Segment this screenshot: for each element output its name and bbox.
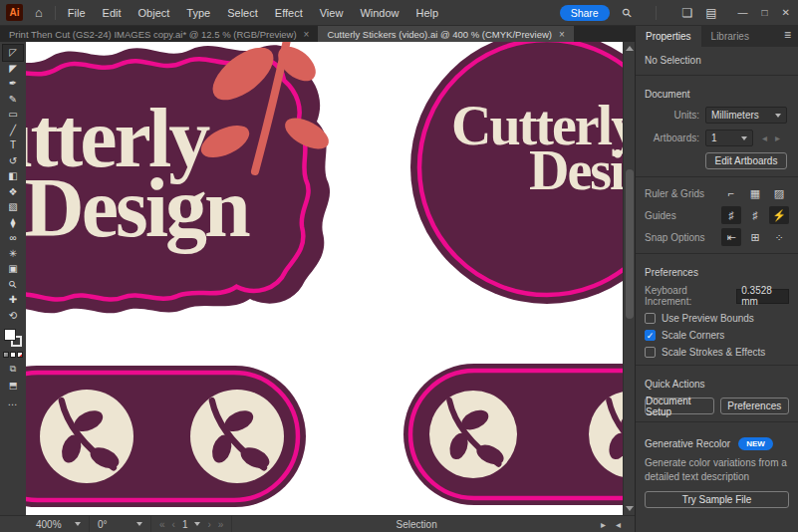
artboard-tool[interactable]: ▣ [3, 261, 23, 277]
status-expand-icon[interactable]: ▸ [601, 519, 606, 530]
edit-toolbar-icon[interactable]: … [8, 397, 19, 407]
menu-item-edit[interactable]: Edit [103, 7, 122, 19]
tab-properties[interactable]: Properties [636, 26, 701, 47]
share-button[interactable]: Share [560, 5, 610, 21]
panel-menu-icon[interactable]: ≡ [784, 26, 798, 47]
document-tab-inactive[interactable]: Print Then Cut (GS2-24) IMAGES copy.ai* … [0, 26, 318, 42]
circle-sticker[interactable]: Cutterly Design [410, 42, 623, 304]
next-artboard-icon[interactable]: › [207, 519, 210, 530]
snap-to-point-icon[interactable]: ⇤ [721, 228, 741, 246]
try-sample-file-button[interactable]: Try Sample File [645, 491, 789, 508]
tab-libraries[interactable]: Libraries [701, 26, 759, 47]
blend-tool[interactable]: ∞ [3, 230, 23, 246]
pill-sticker-right[interactable] [403, 364, 623, 505]
rotation-select[interactable]: 0° [90, 516, 151, 532]
close-tab-icon[interactable]: × [559, 29, 565, 40]
pencil-tool[interactable]: ╱ [3, 123, 23, 138]
zoom-tool[interactable]: ⚲ [3, 277, 23, 293]
menu-item-window[interactable]: Window [360, 7, 399, 19]
snap-to-pixel-icon[interactable]: ⁘ [769, 228, 789, 246]
scale-corners-checkbox[interactable]: ✓ [645, 330, 656, 341]
previous-artboard-icon[interactable]: ◂ [762, 133, 767, 143]
illustrator-logo-icon[interactable]: Ai [6, 4, 23, 21]
blob-sticker[interactable]: Cutterly Design [26, 42, 334, 313]
pill-sticker-left[interactable] [26, 366, 306, 507]
direct-selection-tool[interactable]: ◤ [3, 61, 23, 77]
shape-builder-tool[interactable]: ◧ [3, 168, 23, 184]
last-artboard-icon[interactable]: » [218, 519, 224, 530]
preferences-button[interactable]: Preferences [720, 398, 790, 414]
status-display[interactable]: Selection [232, 519, 601, 530]
close-tab-icon[interactable]: × [304, 29, 310, 40]
generative-recolor-heading: Generative Recolor [645, 438, 730, 449]
status-bar: 400% 0° « ‹ 1 › » Selection ▸ ◂ [0, 515, 635, 532]
scroll-up-icon[interactable] [626, 46, 634, 51]
rotate-tool[interactable]: ↺ [3, 153, 23, 169]
scale-strokes-effects-row[interactable]: Scale Strokes & Effects [645, 347, 789, 358]
transparency-grid-icon[interactable]: ▨ [769, 184, 789, 202]
keyboard-increment-input[interactable]: 0.3528 mm [736, 289, 789, 304]
ruler-corner-icon[interactable]: ⌐ [721, 184, 741, 202]
first-artboard-icon[interactable]: « [159, 519, 165, 530]
fill-stroke-indicator[interactable] [4, 329, 22, 347]
menu-items: File Edit Object Type Select Effect View… [68, 7, 438, 19]
artboard-number-select[interactable]: 1 [182, 519, 188, 530]
next-artboard-icon[interactable]: ▸ [775, 133, 780, 143]
rectangle-tool[interactable]: ▭ [3, 107, 23, 123]
units-select[interactable]: Millimeters [705, 107, 787, 124]
menu-item-view[interactable]: View [320, 7, 344, 19]
draw-mode-icon[interactable]: ⧉ [10, 364, 16, 375]
menu-item-effect[interactable]: Effect [275, 7, 303, 19]
minimize-button[interactable]: — [738, 7, 748, 18]
zoom-level-select[interactable]: 400% [28, 516, 90, 532]
search-icon[interactable]: ⚲ [619, 4, 635, 20]
menu-item-object[interactable]: Object [138, 7, 170, 19]
use-preview-bounds-checkbox[interactable] [645, 313, 656, 324]
artboard-canvas[interactable]: Cutterly Design Cutterly Design [26, 42, 623, 515]
symbol-sprayer-tool[interactable]: ✳ [3, 246, 23, 262]
scale-corners-row[interactable]: ✓ Scale Corners [645, 330, 789, 341]
circle-title-line2: Design [529, 139, 623, 201]
workspace-switcher-icon[interactable]: ❏ [681, 6, 692, 20]
scroll-down-icon[interactable] [626, 506, 634, 511]
eyedropper-tool[interactable]: ⧫ [3, 215, 23, 231]
maximize-button[interactable]: □ [762, 7, 768, 18]
scrollbar-thumb[interactable] [626, 169, 634, 319]
use-preview-bounds-row[interactable]: Use Preview Bounds [645, 313, 789, 324]
edit-artboards-button[interactable]: Edit Artboards [705, 152, 787, 169]
artboard-select[interactable]: 1 [705, 130, 753, 146]
grid-icon[interactable]: ▦ [745, 184, 765, 202]
fill-swatch[interactable] [4, 329, 16, 341]
show-guides-icon[interactable]: ♯ [721, 206, 741, 224]
document-tab-active[interactable]: Cutterly Stickers (video).ai @ 400 % (CM… [318, 26, 573, 42]
color-mode-icon[interactable] [3, 352, 9, 358]
none-mode-icon[interactable] [17, 352, 23, 358]
menu-item-file[interactable]: File [68, 7, 86, 19]
free-transform-tool[interactable]: ❖ [3, 184, 23, 200]
smart-guides-icon[interactable]: ⚡ [769, 206, 789, 224]
guides-label: Guides [645, 210, 721, 221]
rotate-view-tool[interactable]: ⟲ [3, 308, 23, 324]
selection-tool[interactable]: ◸ [3, 45, 23, 61]
close-button[interactable]: ✕ [782, 7, 790, 18]
vertical-scrollbar[interactable] [623, 42, 635, 515]
lock-guides-icon[interactable]: ♯ [745, 206, 765, 224]
scale-strokes-effects-checkbox[interactable] [645, 347, 656, 358]
arrange-documents-icon[interactable]: ▤ [705, 6, 716, 20]
curvature-tool[interactable]: ✎ [3, 92, 23, 108]
menu-item-help[interactable]: Help [416, 7, 439, 19]
quick-actions-heading: Quick Actions [645, 373, 789, 394]
hand-tool[interactable]: ✚ [3, 292, 23, 308]
document-setup-button[interactable]: Document Setup [645, 398, 714, 414]
type-tool[interactable]: T [3, 137, 23, 153]
status-collapse-icon[interactable]: ◂ [616, 519, 621, 530]
screen-mode-icon[interactable]: ⬒ [9, 381, 18, 391]
home-icon[interactable]: ⌂ [35, 5, 43, 20]
gradient-mode-icon[interactable] [10, 352, 16, 358]
menu-item-type[interactable]: Type [186, 7, 210, 19]
snap-to-grid-icon[interactable]: ⊞ [745, 228, 765, 246]
gradient-tool[interactable]: ▧ [3, 199, 23, 215]
previous-artboard-icon[interactable]: ‹ [172, 519, 175, 530]
menu-item-select[interactable]: Select [227, 7, 258, 19]
pen-tool[interactable]: ✒ [3, 76, 23, 92]
